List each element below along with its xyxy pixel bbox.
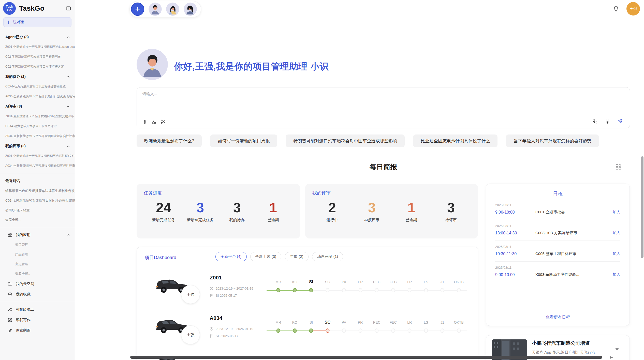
phone-icon[interactable] xyxy=(592,118,598,124)
user-avatar[interactable]: 王强 xyxy=(626,2,640,16)
recent-chat-item[interactable]: 公司Q3轻卡销量 xyxy=(0,205,75,215)
sidebar-item-favorites[interactable]: 我的收藏 xyxy=(0,289,75,299)
sidebar-task-item[interactable]: A034-全新新能源MUV产品开发项目计划变更表编写 xyxy=(0,92,75,101)
tab-new-platform[interactable]: 全新平台 (4) xyxy=(215,252,247,261)
milestone-dot xyxy=(358,328,362,333)
schedule-item: 2025/03/11 9:00-10:00 X003-车辆动力学性能验... 加… xyxy=(495,262,620,282)
task-progress-card: 任务进度 24 新增完成任务 3 新增AI完成任务 3 我的待办 xyxy=(137,184,300,238)
join-button[interactable]: 加入 xyxy=(613,251,620,256)
notifications-bell-icon[interactable] xyxy=(613,5,619,12)
app-sub-item[interactable]: 项目管理 xyxy=(0,240,75,250)
schedule-date: 2025/03/11 xyxy=(495,224,620,228)
suggestion-chip[interactable]: 如何写一份清晰的项目周报 xyxy=(210,134,277,147)
stat-value: 3 xyxy=(359,200,385,215)
section-my-review[interactable]: 我的评审 (2) xyxy=(0,141,75,151)
divider xyxy=(0,302,75,302)
suggestion-chip[interactable]: 特朗普可能对进口汽车增税会对中国车企造成哪些影响 xyxy=(286,134,405,147)
app-root: Task Go TaskGo 新对话 Agent已办 (3) Z001-全新燃油… xyxy=(0,0,644,360)
apps-grid-icon xyxy=(8,232,12,237)
project-dates: 2023-12-19 ~ 2027-01-19 xyxy=(210,287,253,290)
scroll-right-arrow[interactable] xyxy=(610,356,613,359)
sidebar-item-help-write[interactable]: 帮我写作 xyxy=(0,315,75,325)
milestone-KO: KO xyxy=(287,279,303,295)
scroll-down-arrow[interactable] xyxy=(615,348,619,351)
milestone-dot xyxy=(342,328,346,333)
app-sub-item[interactable]: 查看全部.. xyxy=(0,269,75,279)
chat-input[interactable] xyxy=(142,92,621,111)
section-agent-done[interactable]: Agent已办 (3) xyxy=(0,32,75,42)
suggestion-chip[interactable]: 比亚迪全固态电池计划具体说了什么 xyxy=(413,134,497,147)
sidebar-task-item[interactable]: A034-全新新能源MUV产品开发项目造型可行性评审 xyxy=(0,161,75,171)
feather-icon xyxy=(8,328,12,333)
owner-badge: 王强 xyxy=(181,285,200,304)
project-code: A034 xyxy=(210,315,222,321)
image-icon[interactable] xyxy=(151,119,157,125)
milestone-OKTB: OKTB xyxy=(451,279,467,295)
join-button[interactable]: 加入 xyxy=(613,231,620,235)
app-sub-item[interactable]: 变更管理 xyxy=(0,259,75,269)
tab-powertrain[interactable]: 动总开发 (1) xyxy=(312,252,343,261)
section-title: AI评审 (3) xyxy=(5,104,22,109)
chevron-up-icon[interactable] xyxy=(66,35,70,39)
app-sub-item[interactable]: 产品管理 xyxy=(0,250,75,259)
stat-label: 待评审 xyxy=(438,218,464,222)
recent-view-all[interactable]: 查看全部... xyxy=(0,215,75,225)
sidebar-task-item[interactable]: C02-飞腾新能源轻客改款项目立项汇报方案 xyxy=(0,62,75,72)
sidebar-task-item[interactable]: Z001-全新燃油轻卡产品开发项目SI造型提交物评审 xyxy=(0,111,75,121)
project-row[interactable]: 王强 A034 2023-12-19 ~ 2026-01-19 SC-2025-… xyxy=(137,313,478,354)
view-all-schedule-button[interactable]: 查看所有日程 xyxy=(495,315,620,320)
collapse-sidebar-icon[interactable] xyxy=(66,6,71,11)
schedule-date: 2025/03/11 xyxy=(495,266,620,269)
recent-chat-item[interactable]: 解释最新出台的欧盟报废车法规再生塑料比例被调至15%... xyxy=(0,186,75,196)
sidebar-task-item[interactable]: C0X4-动力总成开发项目SI里程碑提交物检查 xyxy=(0,82,75,92)
schedule-list: 2025/03/11 9:00-10:00 C001-立项审批会 加入 2025… xyxy=(495,199,620,282)
sidebar-item-my-apps[interactable]: 我的应用 xyxy=(0,230,75,240)
milestone-dot xyxy=(375,288,379,292)
milestone-MR: MR xyxy=(270,279,287,295)
avatar[interactable] xyxy=(184,3,197,16)
tab-new-body[interactable]: 全新上装 (3) xyxy=(250,252,282,261)
add-agent-button[interactable] xyxy=(131,3,144,16)
sidebar-task-item[interactable]: A034-全新新能源MUV产品开发项目法规符合性评审 xyxy=(0,131,75,141)
chevron-up-icon[interactable] xyxy=(66,75,70,79)
sidebar-item-ai-employee[interactable]: AI超级员工 xyxy=(0,304,75,315)
join-button[interactable]: 加入 xyxy=(613,210,620,215)
sidebar-task-item[interactable]: Z001-全新燃油轻卡产品开发项目SI节点属性5D文件评审 xyxy=(0,151,75,161)
recent-chat-item[interactable]: C02-飞腾新能源轻客改款项目的闭环通告反馈情况 xyxy=(0,196,75,205)
microphone-icon[interactable] xyxy=(605,118,610,124)
scissors-icon[interactable] xyxy=(160,119,166,125)
vertical-scrollbar[interactable] xyxy=(641,156,643,258)
stat-value: 1 xyxy=(399,200,424,215)
suggestion-chip[interactable]: 欧洲新规最近颁布了什么? xyxy=(137,134,202,147)
join-button[interactable]: 加入 xyxy=(613,272,620,277)
tab-model-year[interactable]: 年型 (2) xyxy=(285,252,309,261)
suggestion-chip[interactable]: 当下年轻人对汽车外观有怎样的喜好趋势 xyxy=(506,134,599,147)
milestone-LS: LS xyxy=(418,319,434,335)
sidebar-task-item[interactable]: Z001-全新燃油皮卡产品开发项目SI节点Lesson Learn报告 xyxy=(0,42,75,52)
chevron-up-icon[interactable] xyxy=(66,233,70,237)
horizontal-scrollbar[interactable] xyxy=(130,356,602,359)
avatar[interactable] xyxy=(166,3,179,16)
section-title: Agent已办 (3) xyxy=(5,35,29,39)
sidebar-item-creative-draw[interactable]: 创意制图 xyxy=(0,325,75,336)
milestone-dot xyxy=(424,328,428,333)
attachment-icon[interactable] xyxy=(142,119,148,125)
chevron-up-icon[interactable] xyxy=(66,144,70,148)
sidebar-task-item[interactable]: C02-飞腾新能源轻客改款项目里程碑画布 xyxy=(0,52,75,62)
chevron-up-icon[interactable] xyxy=(66,104,70,109)
stat-label: 新增完成任务 xyxy=(151,218,176,222)
milestone-dot xyxy=(441,328,444,333)
milestone-dot xyxy=(342,288,346,292)
sidebar-item-cloud-space[interactable]: 我的云空间 xyxy=(0,279,75,289)
send-icon[interactable] xyxy=(617,118,623,124)
avatar[interactable] xyxy=(149,3,162,16)
section-my-todo[interactable]: 我的待办 (2) xyxy=(0,72,75,82)
schedule-date: 2025/03/11 xyxy=(495,203,620,207)
layout-grid-icon[interactable] xyxy=(615,164,622,170)
section-ai-review[interactable]: AI评审 (3) xyxy=(0,101,75,111)
project-row[interactable]: 王强 Z001 2023-12-19 ~ 2027-01-19 SI-2025-… xyxy=(137,273,478,314)
new-chat-button[interactable]: 新对话 xyxy=(3,17,71,27)
milestone-dot xyxy=(391,328,395,333)
section-title: 我的待办 (2) xyxy=(5,74,26,79)
sidebar-task-item[interactable]: C0X4-动力总成开发项目工程变更评审 xyxy=(0,121,75,131)
